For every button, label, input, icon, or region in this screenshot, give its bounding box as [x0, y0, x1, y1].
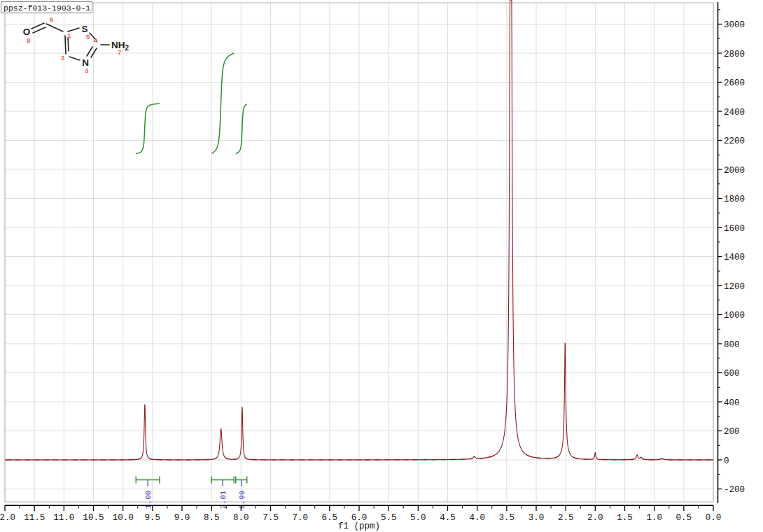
- grid: [5, 3, 713, 502]
- x-axis-tick-label: 8.0: [233, 513, 249, 523]
- x-axis-tick-label: 9.5: [145, 513, 161, 523]
- x-axis-tick-label: 2.5: [558, 513, 574, 523]
- x-axis-tick-label: 12.0: [0, 513, 15, 523]
- y-axis-tick-label: 800: [724, 340, 740, 350]
- x-axis-tick-label: 6.5: [322, 513, 338, 523]
- x-axis-tick-label: 4.5: [440, 513, 456, 523]
- y-axis: 3000280026002400220020001800160014001200…: [718, 2, 746, 503]
- atom-number-5: 5: [86, 33, 90, 41]
- x-axis-tick-label: 8.5: [204, 513, 220, 523]
- x-axis-tick-label: 7.5: [262, 513, 279, 523]
- atom-number-7: 7: [118, 48, 121, 56]
- x-axis-tick-label: 3.0: [528, 513, 545, 523]
- bond-lines: [31, 23, 109, 60]
- atom-number-1: 1: [67, 31, 71, 39]
- y-axis-tick-label: 1400: [724, 253, 745, 262]
- y-axis-tick-label: 3000: [724, 20, 745, 30]
- x-axis-tick-label: 0.0: [706, 513, 722, 523]
- x-axis-tick-label: 11.5: [24, 513, 45, 523]
- y-axis-tick-label: 2800: [724, 50, 745, 59]
- x-axis-tick-label: 3.5: [499, 513, 515, 523]
- x-axis-tick-label: 5.0: [410, 513, 426, 523]
- y-axis-tick-label: 600: [724, 369, 740, 379]
- x-axis-tick-label: 0.5: [676, 513, 692, 523]
- integral-value-label: 0.99: [238, 491, 246, 509]
- x-axis-title: f1 (ppm): [338, 522, 380, 531]
- spectrum-canvas: 1.002.010.99 300028002600240022002000180…: [0, 0, 763, 532]
- atom-number-4: 4: [94, 36, 98, 44]
- x-axis-tick-label: 10.0: [113, 513, 134, 523]
- x-axis-tick-label: 2.0: [587, 513, 603, 523]
- y-axis-tick-label: 2000: [724, 166, 745, 176]
- atom-number-2: 2: [61, 54, 64, 62]
- y-axis-tick-label: 1200: [724, 282, 745, 292]
- y-axis-tick-label: 2600: [724, 78, 745, 88]
- atom-number-8: 8: [27, 36, 30, 44]
- x-axis-tick-label: 11.0: [53, 513, 74, 523]
- spectrum-title: ppsz-f013-1903-0-1: [4, 4, 90, 13]
- atom-label-oxygen: O: [23, 27, 31, 37]
- y-axis-tick-label: 200: [724, 427, 740, 437]
- y-axis-tick-label: 2200: [724, 136, 745, 146]
- x-axis-tick-label: 9.0: [174, 513, 190, 523]
- x-axis-tick-label: 4.0: [469, 513, 485, 523]
- y-axis-tick-label: 1000: [724, 311, 745, 321]
- integral-value-label: 1.00: [144, 491, 153, 509]
- y-axis-tick-label: -200: [724, 485, 745, 495]
- y-axis-tick-label: 2400: [724, 108, 745, 118]
- atom-number-3: 3: [85, 66, 88, 74]
- x-axis-tick-label: 1.0: [646, 513, 662, 523]
- x-axis-tick-label: 7.0: [292, 513, 308, 523]
- atom-number-6: 6: [50, 15, 53, 23]
- title-box: ppsz-f013-1903-0-1: [1, 2, 92, 13]
- y-axis-tick-label: 400: [724, 398, 740, 408]
- y-axis-tick-label: 1600: [724, 224, 745, 234]
- integral-curve: [211, 53, 234, 154]
- y-axis-tick-label: 0: [724, 456, 729, 466]
- x-axis: 12.011.511.010.510.09.59.08.58.07.57.06.…: [0, 505, 721, 523]
- y-axis-tick-label: 1800: [724, 195, 745, 204]
- x-axis-tick-label: 1.5: [617, 513, 633, 523]
- x-axis-tick-label: 10.5: [83, 513, 104, 523]
- x-axis-tick-label: 5.5: [381, 513, 397, 523]
- nmr-spectrum-window: 1.002.010.99 300028002600240022002000180…: [0, 0, 763, 532]
